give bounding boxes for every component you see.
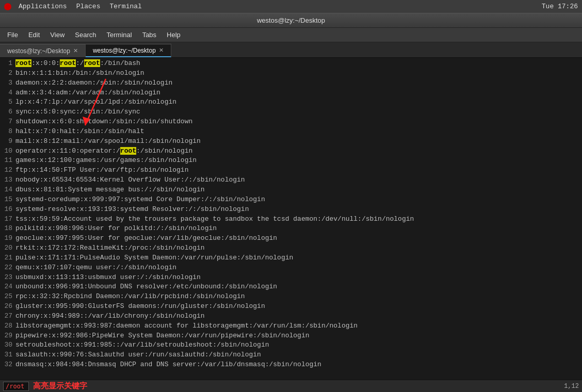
table-row: 12ftp:x:14:50:FTP User:/var/ftp:/sbin/no…: [2, 166, 580, 175]
table-row: 27chrony:x:994:989::/var/lib/chrony:/sbi…: [2, 312, 580, 321]
table-row: 23usbmuxd:x:113:113:usbmuxd user:/:/sbin…: [2, 273, 580, 283]
line-text: dbus:x:81:81:System message bus:/:/sbin/…: [15, 185, 205, 195]
line-text: pipewire:x:992:986:PipeWire System Daemo…: [15, 331, 310, 341]
line-text: polkitd:x:998:996:User for polkitd:/:/sb…: [15, 224, 217, 234]
line-number: 15: [2, 195, 12, 205]
tab-2-label: westos@lzy:~/Desktop: [93, 47, 156, 54]
table-row: 1root:x:0:0:root:/root:/bin/bash: [2, 59, 580, 69]
table-row: 25rpc:x:32:32:Rpcbind Daemon:/var/lib/rp…: [2, 292, 580, 302]
line-text: setroubleshoot:x:991:985::/var/lib/setro…: [15, 340, 269, 350]
table-row: 13nobody:x:65534:65534:Kernel Overflow U…: [2, 175, 580, 185]
menu-file[interactable]: File: [2, 29, 23, 40]
highlight-root: root: [60, 59, 76, 67]
line-text: adm:x:3:4:adm:/var/adm:/sbin/nologin: [15, 88, 160, 98]
table-row: 14dbus:x:81:81:System message bus:/:/sbi…: [2, 185, 580, 195]
menu-edit[interactable]: Edit: [23, 29, 45, 40]
menu-help[interactable]: Help: [161, 29, 186, 40]
menu-tabs[interactable]: Tabs: [137, 29, 161, 40]
table-row: 2bin:x:1:1:bin:/bin:/sbin/nologin: [2, 69, 580, 78]
table-row: 20rtkit:x:172:172:RealtimeKit:/proc:/sbi…: [2, 243, 580, 253]
table-row: 28libstoragemgmt:x:993:987:daemon accoun…: [2, 321, 580, 331]
line-text: pulse:x:171:171:PulseAudio System Daemon…: [15, 253, 293, 263]
line-number: 11: [2, 156, 12, 166]
app-menubar: File Edit View Search Terminal Tabs Help: [0, 28, 582, 42]
line-text: operator:x:11:0:operator:/root:/sbin/nol…: [15, 146, 192, 156]
table-row: 4adm:x:3:4:adm:/var/adm:/sbin/nologin: [2, 88, 580, 98]
line-number: 20: [2, 243, 12, 253]
table-row: 6sync:x:5:0:sync:/sbin:/bin/sync: [2, 107, 580, 117]
line-number: 1: [2, 59, 12, 69]
status-bar: /root 高亮显示关键字 1,12: [0, 380, 582, 392]
tab-1[interactable]: westos@lzy:~/Desktop ✕: [0, 44, 86, 57]
line-text: systemd-resolve:x:193:193:systemd Resolv…: [15, 205, 249, 215]
table-row: 10operator:x:11:0:operator:/root:/sbin/n…: [2, 146, 580, 156]
places-menu[interactable]: Places: [72, 2, 105, 11]
table-row: 7shutdown:x:6:0:shutdown:/sbin:/sbin/shu…: [2, 117, 580, 127]
table-row: 19geoclue:x:997:995:User for geoclue:/va…: [2, 234, 580, 243]
fedora-logo: [4, 3, 11, 10]
line-text: bin:x:1:1:bin:/bin:/sbin/nologin: [15, 69, 144, 78]
table-row: 26gluster:x:995:990:GlusterFS daemons:/r…: [2, 302, 580, 312]
terminal-menu[interactable]: Terminal: [105, 2, 146, 11]
line-number: 14: [2, 185, 12, 195]
table-row: 17tss:x:59:59:Account used by the trouse…: [2, 215, 580, 224]
line-number: 12: [2, 166, 12, 175]
line-number: 3: [2, 78, 12, 88]
line-number: 32: [2, 360, 12, 370]
status-left: /root 高亮显示关键字: [3, 381, 87, 391]
line-text: mail:x:8:12:mail:/var/spool/mail:/sbin/n…: [15, 137, 201, 146]
table-row: 5lp:x:4:7:lp:/var/spool/lpd:/sbin/nologi…: [2, 97, 580, 107]
highlight-root: root: [84, 59, 100, 67]
tab-2-close[interactable]: ✕: [159, 47, 164, 54]
line-text: sync:x:5:0:sync:/sbin:/bin/sync: [15, 107, 140, 117]
line-number: 13: [2, 175, 12, 185]
line-number: 2: [2, 69, 12, 78]
table-row: 30setroubleshoot:x:991:985::/var/lib/set…: [2, 340, 580, 350]
top-menubar: Applications Places Terminal Tue 17:26: [0, 0, 582, 13]
table-row: 32dnsmasq:x:984:984:Dnsmasq DHCP and DNS…: [2, 360, 580, 370]
line-text: lp:x:4:7:lp:/var/spool/lpd:/sbin/nologin: [15, 97, 176, 107]
line-text: halt:x:7:0:halt:/sbin:/sbin/halt: [15, 127, 144, 137]
table-row: 9mail:x:8:12:mail:/var/spool/mail:/sbin/…: [2, 137, 580, 146]
applications-menu[interactable]: Applications: [14, 2, 71, 11]
line-number: 23: [2, 273, 12, 283]
line-text: root:x:0:0:root:/root:/bin/bash: [15, 59, 140, 69]
table-row: 24unbound:x:996:991:Unbound DNS resolver…: [2, 282, 580, 292]
terminal-content[interactable]: 1root:x:0:0:root:/root:/bin/bash2bin:x:1…: [0, 58, 582, 380]
line-text: usbmuxd:x:113:113:usbmuxd user:/:/sbin/n…: [15, 273, 201, 283]
table-row: 16systemd-resolve:x:193:193:systemd Reso…: [2, 205, 580, 215]
status-annotation: 高亮显示关键字: [33, 381, 87, 391]
line-number: 6: [2, 107, 12, 117]
line-number: 25: [2, 292, 12, 302]
table-row: 18polkitd:x:998:996:User for polkitd:/:/…: [2, 224, 580, 234]
line-text: rtkit:x:172:172:RealtimeKit:/proc:/sbin/…: [15, 243, 205, 253]
line-text: games:x:12:100:games:/usr/games:/sbin/no…: [15, 156, 197, 166]
table-row: 15systemd-coredump:x:999:997:systemd Cor…: [2, 195, 580, 205]
clock: Tue 17:26: [542, 3, 578, 10]
table-row: 21pulse:x:171:171:PulseAudio System Daem…: [2, 253, 580, 263]
menu-view[interactable]: View: [45, 29, 70, 40]
tab-2[interactable]: westos@lzy:~/Desktop ✕: [86, 44, 171, 57]
line-number: 4: [2, 88, 12, 98]
menu-search[interactable]: Search: [70, 29, 101, 40]
tabs-bar: westos@lzy:~/Desktop ✕ westos@lzy:~/Desk…: [0, 42, 582, 58]
line-text: libstoragemgmt:x:993:987:daemon account …: [15, 321, 358, 331]
tab-1-close[interactable]: ✕: [73, 47, 78, 54]
menu-terminal[interactable]: Terminal: [102, 29, 137, 40]
line-number: 19: [2, 234, 12, 243]
search-box[interactable]: /root: [3, 382, 29, 391]
status-position: 1,12: [564, 383, 579, 390]
line-text: dnsmasq:x:984:984:Dnsmasq DHCP and DNS s…: [15, 360, 321, 370]
line-text: nobody:x:65534:65534:Kernel Overflow Use…: [15, 175, 245, 185]
line-text: shutdown:x:6:0:shutdown:/sbin:/sbin/shut…: [15, 117, 192, 127]
line-text: tss:x:59:59:Account used by the trousers…: [15, 215, 414, 224]
line-number: 28: [2, 321, 12, 331]
table-row: 11games:x:12:100:games:/usr/games:/sbin/…: [2, 156, 580, 166]
terminal-window: westos@lzy:~/Desktop File Edit View Sear…: [0, 13, 582, 392]
line-text: systemd-coredump:x:999:997:systemd Core …: [15, 195, 265, 205]
line-text: gluster:x:995:990:GlusterFS daemons:/run…: [15, 302, 265, 312]
line-text: daemon:x:2:2:daemon:/sbin:/sbin/nologin: [15, 78, 172, 88]
line-text: saslauth:x:990:76:Saslauthd user:/run/sa…: [15, 350, 261, 360]
table-row: 31saslauth:x:990:76:Saslauthd user:/run/…: [2, 350, 580, 360]
line-text: qemu:x:107:107:qemu user:/:/sbin/nologin: [15, 263, 176, 273]
